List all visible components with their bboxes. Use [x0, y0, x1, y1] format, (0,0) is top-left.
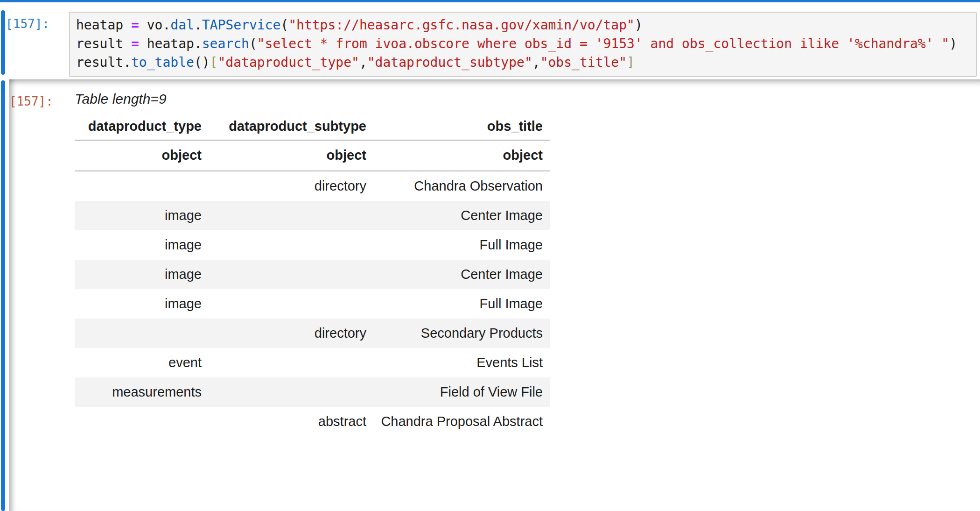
- table-cell: [209, 201, 373, 230]
- table-cell: [209, 230, 373, 260]
- table-header-cell: object: [209, 140, 373, 171]
- table-row: abstractChandra Proposal Abstract: [75, 407, 550, 436]
- table-cell: image: [75, 289, 209, 319]
- table-header-cell: object: [75, 140, 209, 171]
- table-header-cell: dataproduct_type: [75, 115, 209, 140]
- code-token: vo.: [139, 17, 170, 33]
- code-token: dal: [170, 17, 194, 33]
- code-token: "select * from ivoa.obscore where obs_id…: [257, 36, 949, 51]
- table-cell: directory: [209, 171, 373, 201]
- table-cell: Full Image: [373, 230, 550, 260]
- code-token: (): [194, 55, 210, 70]
- table-cell: Chandra Proposal Abstract: [373, 407, 550, 436]
- table-cell: measurements: [75, 377, 209, 407]
- code-token: [: [210, 55, 218, 70]
- code-token: heatap: [76, 17, 131, 33]
- table-cell: Secondary Products: [373, 319, 550, 348]
- table-row: imageFull Image: [75, 289, 550, 319]
- code-token: "obs_title": [540, 55, 627, 70]
- table-cell: Center Image: [373, 260, 550, 289]
- table-row: directorySecondary Products: [75, 319, 550, 348]
- table-cell: [75, 171, 209, 201]
- code-token: result.: [76, 55, 131, 70]
- astropy-result-table: dataproduct_typedataproduct_subtypeobs_t…: [75, 115, 550, 436]
- table-cell: Full Image: [373, 289, 550, 319]
- code-token: heatap.: [139, 36, 202, 51]
- code-line: heatap = vo.dal.TAPService("https://heas…: [76, 16, 970, 35]
- output-panel: [157]: Table length=9 dataproduct_typeda…: [9, 79, 980, 511]
- table-cell: [75, 319, 209, 348]
- table-cell: [209, 377, 373, 407]
- table-cell: [209, 260, 373, 289]
- code-line: result.to_table()["dataproduct_type","da…: [76, 53, 970, 72]
- table-header-row: dataproduct_typedataproduct_subtypeobs_t…: [75, 115, 550, 140]
- table-cell: directory: [209, 319, 373, 348]
- code-area: heatap = vo.dal.TAPService("https://heas…: [76, 16, 970, 72]
- table-header-cell: obs_title: [373, 115, 550, 140]
- table-cell: Events List: [373, 348, 550, 377]
- table-length-note: Table length=9: [75, 91, 550, 107]
- table-cell: event: [75, 348, 209, 377]
- table-header-cell: object: [373, 140, 550, 171]
- table-row: imageFull Image: [75, 230, 550, 260]
- table-cell: abstract: [209, 407, 373, 436]
- table-cell: [209, 289, 373, 319]
- table-cell: Chandra Observation: [373, 171, 550, 201]
- notebook-top-border: [0, 0, 980, 2]
- code-token: (: [249, 36, 257, 51]
- table-cell: [75, 407, 209, 436]
- code-token: =: [131, 36, 139, 51]
- code-token: ]: [627, 55, 635, 70]
- table-header-cell: dataproduct_subtype: [209, 115, 373, 140]
- table-cell: image: [75, 260, 209, 289]
- table-cell: image: [75, 230, 209, 260]
- table-row: eventEvents List: [75, 348, 550, 377]
- code-token: "dataproduct_type": [217, 55, 359, 70]
- code-token: result: [76, 36, 131, 51]
- code-token: ,: [359, 55, 367, 70]
- table-row: imageCenter Image: [75, 201, 550, 230]
- code-token: ): [949, 36, 957, 51]
- code-token: =: [131, 17, 139, 33]
- output-content: Table length=9 dataproduct_typedataprodu…: [75, 91, 550, 436]
- code-editor[interactable]: heatap = vo.dal.TAPService("https://heas…: [69, 12, 977, 77]
- code-token: (: [280, 17, 288, 33]
- input-prompt: [157]:: [0, 17, 49, 31]
- jupyter-notebook-view: { "colors": { "brand_blue": "#1976d2", "…: [0, 0, 980, 511]
- table-row: directoryChandra Observation: [75, 171, 550, 201]
- code-token: to_table: [131, 55, 194, 70]
- code-token: "dataproduct_subtype": [367, 55, 532, 70]
- output-collapser-bar[interactable]: [1, 80, 5, 511]
- code-token: ): [635, 17, 643, 33]
- table-cell: Field of View File: [373, 377, 550, 407]
- table-cell: [209, 348, 373, 377]
- code-token: ,: [532, 55, 540, 70]
- table-cell: Center Image: [373, 201, 550, 230]
- code-token: search: [202, 36, 249, 51]
- table-row: imageCenter Image: [75, 260, 550, 289]
- code-token: TAPService: [202, 17, 281, 33]
- table-cell: image: [75, 201, 209, 230]
- table-dtype-row: objectobjectobject: [75, 140, 550, 171]
- code-token: .: [194, 17, 202, 33]
- output-prompt: [157]:: [9, 94, 50, 108]
- code-line: result = heatap.search("select * from iv…: [76, 35, 970, 53]
- table-row: measurementsField of View File: [75, 377, 550, 407]
- code-token: "https://heasarc.gsfc.nasa.gov/xamin/vo/…: [288, 17, 635, 33]
